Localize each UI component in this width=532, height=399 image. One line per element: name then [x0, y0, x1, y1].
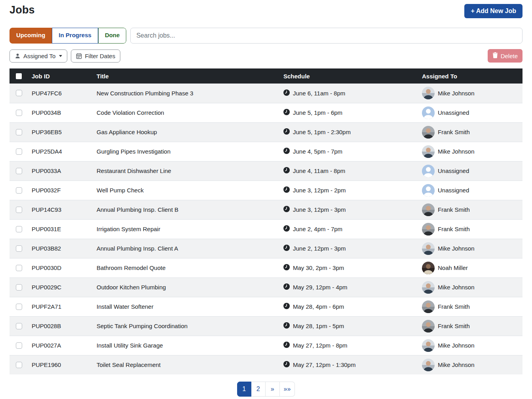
status-tab-group: Upcoming In Progress Done	[10, 28, 126, 44]
table-row[interactable]: PUP0032F Well Pump Check June 3, 12pm - …	[10, 180, 522, 200]
job-title-cell: Restaurant Dishwasher Line	[97, 161, 283, 180]
clock-icon	[283, 303, 290, 310]
table-row[interactable]: PUP14C93 Annual Plumbing Insp. Client B …	[10, 200, 522, 219]
job-id-cell: PUP0028B	[32, 316, 97, 336]
table-row[interactable]: PUP03B82 Annual Plumbing Insp. Client A …	[10, 239, 522, 258]
assignee-name: Unassigned	[438, 187, 469, 194]
row-checkbox[interactable]	[16, 284, 22, 291]
row-checkbox[interactable]	[16, 362, 22, 368]
column-header-job-id: Job ID	[32, 68, 97, 84]
job-title-cell: Code Violation Correction	[97, 103, 283, 122]
assignee-name: Unassigned	[438, 109, 469, 116]
tab-upcoming[interactable]: Upcoming	[10, 28, 52, 44]
schedule-text: June 3, 12pm - 3pm	[293, 206, 346, 213]
assignee-name: Mike Johnson	[438, 342, 475, 349]
search-input[interactable]	[130, 28, 522, 44]
clock-icon	[283, 342, 290, 349]
assignee-avatar	[422, 126, 435, 139]
clock-icon	[283, 148, 290, 155]
job-id-cell: PUP0027A	[32, 336, 97, 355]
row-checkbox[interactable]	[16, 90, 22, 96]
select-all-checkbox[interactable]	[16, 73, 22, 79]
row-checkbox[interactable]	[16, 148, 22, 155]
job-title-cell: Annual Plumbing Insp. Client A	[97, 239, 283, 258]
assigned-to-dropdown[interactable]: Assigned To	[10, 49, 67, 63]
row-checkbox[interactable]	[16, 168, 22, 174]
schedule-text: May 27, 12pm - 8pm	[293, 342, 348, 349]
table-row[interactable]: PUP36EB5 Gas Appliance Hookup June 5, 1p…	[10, 122, 522, 142]
row-checkbox[interactable]	[16, 342, 22, 349]
clock-icon	[283, 186, 290, 194]
table-row[interactable]: PUP0034B Code Violation Correction June …	[10, 103, 522, 122]
tab-done[interactable]: Done	[98, 28, 127, 44]
pagination-page[interactable]: 2	[251, 382, 266, 397]
assignee-name: Noah Miller	[438, 264, 468, 271]
table-row[interactable]: PUP25DA4 Gurgling Pipes Investigation Ju…	[10, 142, 522, 161]
table-row[interactable]: PUP0028B Septic Tank Pumping Coordinatio…	[10, 316, 522, 336]
delete-label: Delete	[501, 53, 518, 59]
job-id-cell: PUP25DA4	[32, 142, 97, 161]
clock-icon	[283, 109, 290, 116]
schedule-text: June 5, 1pm - 6pm	[293, 109, 342, 116]
clock-icon	[283, 245, 290, 252]
pagination-page[interactable]: »»	[280, 382, 295, 397]
job-title-cell: Septic Tank Pumping Coordination	[97, 316, 283, 336]
schedule-text: May 29, 12pm - 4pm	[293, 284, 348, 291]
assignee-avatar	[422, 106, 435, 119]
schedule-text: June 2, 12pm - 3pm	[293, 245, 346, 252]
table-row[interactable]: PUP0027A Install Utility Sink Garage May…	[10, 336, 522, 355]
job-id-cell: PUP0033A	[32, 161, 97, 180]
schedule-text: May 28, 4pm - 6pm	[293, 303, 344, 310]
filter-dates-button[interactable]: Filter Dates	[71, 49, 120, 63]
add-new-job-button[interactable]: + Add New Job	[464, 4, 522, 18]
clock-icon	[283, 361, 290, 369]
assignee-name: Mike Johnson	[438, 361, 475, 368]
job-title-cell: Install Utility Sink Garage	[97, 336, 283, 355]
table-row[interactable]: PUP47FC6 New Construction Plumbing Phase…	[10, 84, 522, 103]
assignee-name: Mike Johnson	[438, 245, 475, 252]
row-checkbox[interactable]	[16, 245, 22, 252]
tab-in-progress[interactable]: In Progress	[52, 28, 98, 44]
column-header-schedule: Schedule	[283, 68, 422, 84]
row-checkbox[interactable]	[16, 304, 22, 310]
row-checkbox[interactable]	[16, 323, 22, 329]
trash-icon	[492, 52, 498, 59]
filter-toolbar: Upcoming In Progress Done	[10, 28, 522, 44]
table-row[interactable]: PUPE1960 Toilet Seal Replacement May 27,…	[10, 355, 522, 374]
row-checkbox[interactable]	[16, 207, 22, 213]
row-checkbox[interactable]	[16, 187, 22, 194]
assignee-avatar	[422, 145, 435, 158]
assignee-avatar	[422, 320, 435, 332]
assignee-avatar	[422, 281, 435, 294]
column-header-assigned-to: Assigned To	[422, 68, 522, 84]
pagination-page[interactable]: 1	[237, 382, 251, 397]
assignee-avatar	[422, 223, 435, 236]
pagination-group: 12»»»	[237, 382, 295, 397]
filter-dates-label: Filter Dates	[85, 53, 115, 59]
delete-button[interactable]: Delete	[488, 49, 522, 63]
row-checkbox[interactable]	[16, 110, 22, 116]
table-row[interactable]: PUPF2A71 Install Water Softener May 28, …	[10, 297, 522, 316]
table-row[interactable]: PUP0030D Bathroom Remodel Quote May 30, …	[10, 258, 522, 277]
jobs-table: Job ID Title Schedule Assigned To PUP47F…	[10, 68, 522, 374]
assignee-name: Unassigned	[438, 167, 469, 174]
job-id-cell: PUP36EB5	[32, 122, 97, 142]
schedule-text: June 4, 11am - 8pm	[293, 167, 345, 174]
job-title-cell: Gurgling Pipes Investigation	[97, 142, 283, 161]
job-id-cell: PUP03B82	[32, 239, 97, 258]
table-row[interactable]: PUP0031E Irrigation System Repair June 2…	[10, 219, 522, 239]
clock-icon	[283, 128, 290, 136]
row-checkbox[interactable]	[16, 226, 22, 232]
page-header: Jobs + Add New Job	[10, 4, 522, 18]
job-title-cell: Irrigation System Repair	[97, 219, 283, 239]
pagination-page[interactable]: »	[266, 382, 280, 397]
table-row[interactable]: PUP0029C Outdoor Kitchen Plumbing May 29…	[10, 277, 522, 297]
table-row[interactable]: PUP0033A Restaurant Dishwasher Line June…	[10, 161, 522, 180]
schedule-text: June 2, 4pm - 7pm	[293, 226, 342, 232]
row-checkbox[interactable]	[16, 265, 22, 271]
row-checkbox[interactable]	[16, 129, 22, 135]
job-title-cell: Gas Appliance Hookup	[97, 122, 283, 142]
assignee-name: Mike Johnson	[438, 284, 475, 291]
assignee-avatar	[422, 359, 435, 371]
assignee-name: Frank Smith	[438, 226, 470, 232]
